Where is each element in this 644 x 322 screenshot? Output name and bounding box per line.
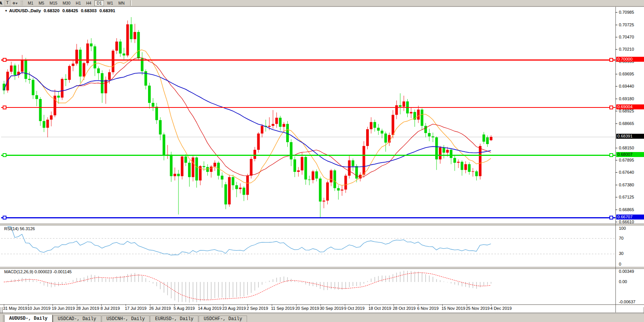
candle-body[interactable] [475, 171, 478, 176]
candle-body[interactable] [210, 167, 212, 172]
candle-body[interactable] [337, 188, 340, 191]
candle-body[interactable] [410, 112, 413, 114]
font-tool-button[interactable]: A [0, 1, 4, 5]
candle-body[interactable] [446, 150, 449, 153]
candle-body[interactable] [275, 118, 278, 124]
timeframe-button-m15[interactable]: M15 [47, 0, 59, 6]
pane-separator[interactable] [0, 224, 644, 225]
candle-body[interactable] [377, 128, 380, 131]
timeframe-button-d1[interactable]: D1 [94, 0, 104, 6]
candle-body[interactable] [57, 96, 60, 98]
candle-body[interactable] [301, 157, 303, 170]
candle-body[interactable] [348, 160, 351, 176]
candle-body[interactable] [83, 63, 85, 77]
pane-separator[interactable] [0, 224, 644, 224]
candle-body[interactable] [257, 133, 260, 150]
candle-body[interactable] [228, 177, 231, 205]
candle-body[interactable] [362, 146, 365, 175]
candle-body[interactable] [192, 157, 194, 177]
candle-body[interactable] [46, 120, 49, 128]
hline-handle[interactable] [610, 58, 613, 61]
hline-0.68007[interactable] [1, 155, 615, 156]
hline-handle[interactable] [610, 154, 613, 157]
hline-handle[interactable] [3, 216, 6, 219]
hline-handle[interactable] [3, 58, 6, 61]
candle-body[interactable] [399, 105, 402, 107]
pane-separator[interactable] [0, 269, 644, 269]
candle-body[interactable] [319, 179, 322, 202]
candle-body[interactable] [486, 137, 489, 144]
candle-body[interactable] [461, 162, 463, 170]
candle-body[interactable] [195, 157, 198, 180]
candle-body[interactable] [250, 159, 252, 176]
candle-body[interactable] [97, 68, 100, 73]
candle-body[interactable] [330, 170, 333, 182]
timeframe-button-h4[interactable]: H4 [84, 0, 93, 6]
candle-body[interactable] [450, 150, 453, 158]
candle-body[interactable] [75, 50, 78, 63]
candle-body[interactable] [202, 166, 205, 167]
candle-body[interactable] [468, 164, 470, 172]
candle-body[interactable] [188, 163, 191, 177]
chart-tab-usdcad[interactable]: USDCAD-, Daily [53, 316, 101, 322]
candle-body[interactable] [170, 155, 172, 176]
candle-body[interactable] [242, 187, 245, 195]
candle-body[interactable] [457, 162, 460, 163]
candle-body[interactable] [279, 118, 282, 127]
candle-body[interactable] [432, 136, 434, 138]
candle-body[interactable] [315, 171, 318, 179]
hline-0.70000[interactable] [1, 59, 615, 61]
candle-body[interactable] [326, 183, 329, 201]
collapse-triangle-icon[interactable]: ▼ [5, 9, 8, 13]
candle-body[interactable] [39, 99, 42, 121]
timeframe-button-w1[interactable]: W1 [105, 0, 115, 6]
candle-body[interactable] [155, 107, 158, 120]
chart-tab-usdchf[interactable]: USDCHF-, Daily [199, 316, 247, 322]
timeframe-button-h1[interactable]: H1 [73, 0, 83, 6]
candle-body[interactable] [221, 176, 223, 179]
candle-body[interactable] [185, 157, 187, 163]
chart-tab-audusd[interactable]: AUDUSD-, Daily [4, 315, 53, 322]
arrow-style-tool-icon[interactable]: ❖▾ [12, 1, 18, 5]
candle-body[interactable] [293, 159, 296, 172]
hline-handle[interactable] [610, 106, 613, 109]
candle-body[interactable] [479, 146, 481, 176]
chart-tab-usdcnh[interactable]: USDCNH-, Daily [102, 316, 150, 322]
candle-body[interactable] [134, 32, 136, 39]
candle-body[interactable] [312, 171, 314, 180]
candle-body[interactable] [453, 158, 456, 163]
candle-body[interactable] [428, 133, 430, 136]
candle-body[interactable] [381, 131, 383, 134]
candle-body[interactable] [403, 101, 405, 107]
candle-body[interactable] [373, 122, 376, 128]
candle-body[interactable] [181, 157, 183, 176]
candle-body[interactable] [159, 120, 162, 135]
pane-separator[interactable] [0, 267, 644, 268]
candle-body[interactable] [435, 137, 438, 159]
candle-body[interactable] [333, 170, 336, 188]
candle-body[interactable] [94, 46, 96, 69]
candle-body[interactable] [225, 184, 227, 205]
candle-body[interactable] [232, 177, 234, 185]
candle-body[interactable] [32, 80, 34, 95]
candle-body[interactable] [112, 51, 115, 72]
candle-body[interactable] [443, 147, 445, 153]
timeframe-button-mn[interactable]: MN [116, 0, 127, 6]
candle-body[interactable] [119, 42, 122, 53]
candle-body[interactable] [483, 135, 485, 142]
candle-body[interactable] [152, 103, 155, 107]
candle-body[interactable] [384, 133, 387, 143]
pane-separator[interactable] [0, 225, 644, 226]
candle-body[interactable] [268, 126, 271, 127]
candle-body[interactable] [272, 124, 274, 126]
candle-body[interactable] [104, 80, 107, 93]
candle-body[interactable] [308, 179, 311, 180]
candle-body[interactable] [50, 115, 53, 120]
candle-body[interactable] [14, 66, 16, 75]
candle-body[interactable] [206, 167, 209, 172]
candle-body[interactable] [297, 170, 300, 172]
candle-body[interactable] [282, 124, 285, 127]
candle-body[interactable] [108, 72, 111, 80]
candle-body[interactable] [10, 66, 13, 72]
candle-body[interactable] [115, 42, 118, 51]
